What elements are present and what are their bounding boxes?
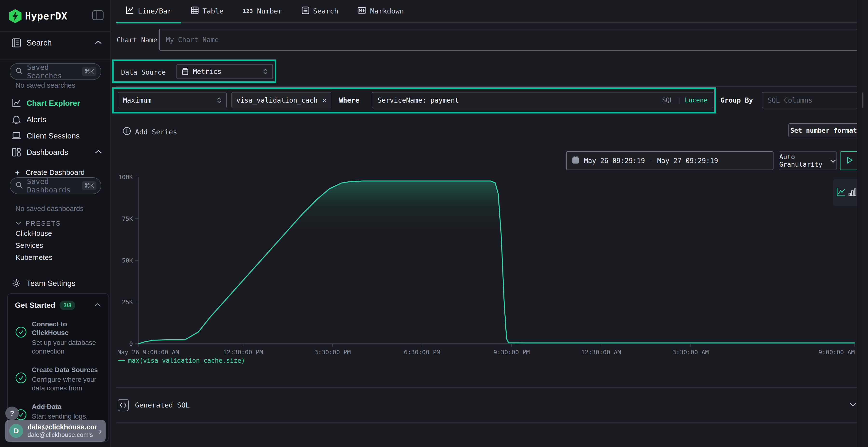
sidebar-collapse-icon[interactable]: [92, 10, 104, 21]
aggregation-select[interactable]: Maximum: [118, 92, 227, 108]
remove-icon[interactable]: ×: [322, 96, 327, 105]
sidebar: HyperDX Search Sav: [0, 0, 111, 447]
shortcut-badge: ⌘K: [82, 67, 96, 76]
right-gutter: [857, 0, 863, 447]
tab-line-bar[interactable]: Line/Bar: [116, 0, 181, 23]
user-email: dale@clickhouse.com: [28, 423, 97, 431]
svg-text:75K: 75K: [122, 215, 133, 222]
where-input[interactable]: ServiceName: payment SQL | Lucene: [372, 92, 713, 108]
get-started-title: Get Started: [15, 301, 55, 310]
no-saved-dashboards-text: No saved dashboards: [16, 205, 84, 213]
search-icon: [16, 181, 23, 190]
preset-kubernetes[interactable]: Kubernetes: [16, 253, 52, 262]
get-started-item-title: Create Data Sources: [32, 366, 101, 374]
chart-legend: max(visa_validation_cache.size): [118, 357, 245, 364]
svg-text:3:30:00 PM: 3:30:00 PM: [314, 349, 351, 356]
no-saved-searches-text: No saved searches: [16, 81, 75, 89]
generated-sql-toggle[interactable]: Generated SQL: [116, 387, 863, 423]
sidebar-item-team-settings[interactable]: Team Settings: [0, 276, 111, 290]
app-root: HyperDX Search Sav: [0, 0, 868, 447]
sidebar-item-chart-explorer[interactable]: Chart Explorer: [0, 96, 111, 110]
get-started-item[interactable]: Connect to ClickHouse Set up your databa…: [15, 320, 101, 356]
chart-area: 025K50K75K100KMay 26 9:00:00 AM12:30:00 …: [116, 173, 863, 356]
data-source-label: Data Source: [121, 68, 166, 76]
gear-icon: [11, 279, 22, 288]
brand-title: HyperDX: [25, 10, 67, 22]
chevron-down-icon: [830, 157, 836, 165]
create-dashboard-label: Create Dashboard: [26, 168, 85, 176]
chevron-down-icon: [849, 403, 857, 408]
lucene-mode-toggle[interactable]: Lucene: [685, 97, 707, 104]
chevron-up-icon[interactable]: [94, 149, 102, 155]
generated-sql-label: Generated SQL: [135, 401, 190, 409]
sidebar-section-search[interactable]: Search: [0, 36, 111, 49]
main-content: Line/Bar Table 123 Number: [112, 0, 863, 447]
check-icon: [15, 326, 27, 356]
search-section-icon: [11, 38, 22, 48]
saved-searches-placeholder: Saved Searches: [27, 63, 82, 80]
sidebar-item-client-sessions[interactable]: Client Sessions: [0, 129, 111, 143]
check-icon: [15, 372, 27, 393]
tab-markdown[interactable]: Markdown: [348, 0, 413, 23]
set-number-format-button[interactable]: Set number format: [788, 123, 859, 137]
run-query-button[interactable]: [840, 151, 859, 170]
metric-tag[interactable]: visa_validation_cach ×: [231, 92, 331, 108]
group-by-label: Group By: [720, 96, 753, 104]
tab-search[interactable]: Search: [292, 0, 348, 23]
saved-searches-input[interactable]: Saved Searches ⌘K: [10, 63, 101, 80]
add-series-button[interactable]: Add Series: [123, 127, 177, 137]
group-by-input[interactable]: [762, 92, 863, 108]
calendar-icon: [572, 156, 579, 166]
metric-tag-label: visa_validation_cach: [236, 96, 317, 104]
add-series-label: Add Series: [135, 128, 177, 136]
avatar: D: [9, 424, 23, 438]
plus-circle-icon: [123, 127, 131, 137]
number-icon: 123: [243, 8, 253, 14]
tab-label: Markdown: [370, 7, 404, 15]
get-started-item[interactable]: Create Data Sources Configure where your…: [15, 366, 101, 393]
where-label: Where: [339, 96, 359, 104]
saved-dashboards-input[interactable]: Saved Dashboards ⌘K: [10, 177, 101, 194]
tab-label: Number: [257, 7, 282, 15]
sidebar-item-alerts[interactable]: Alerts: [0, 113, 111, 126]
search-list-icon: [302, 6, 309, 16]
select-chevrons-icon: [263, 69, 268, 74]
get-started-progress-badge: 3/3: [60, 301, 75, 310]
get-started-item-title: Add Data: [32, 403, 101, 411]
laptop-icon: [11, 132, 22, 140]
help-button[interactable]: ?: [5, 407, 19, 420]
data-source-select[interactable]: Metrics: [177, 64, 273, 79]
toggle-separator: |: [677, 97, 681, 104]
presets-toggle[interactable]: PRESETS: [0, 217, 111, 230]
code-icon: [118, 399, 129, 411]
sql-mode-toggle[interactable]: SQL: [662, 97, 674, 104]
sidebar-section-dashboards[interactable]: Dashboards: [0, 145, 111, 159]
preset-services[interactable]: Services: [16, 241, 43, 249]
svg-text:0: 0: [129, 340, 133, 347]
chevron-right-icon: ›: [99, 426, 102, 436]
get-started-item-subtitle: Configure where your data comes from: [32, 375, 101, 393]
tab-label: Line/Bar: [138, 7, 172, 15]
saved-dashboards-placeholder: Saved Dashboards: [27, 177, 82, 194]
date-range-value: May 26 09:29:19 - May 27 09:29:19: [584, 157, 718, 165]
sidebar-item-label: Team Settings: [27, 279, 75, 288]
sidebar-item-label: Chart Explorer: [27, 99, 80, 108]
granularity-value: Auto Granularity: [779, 153, 827, 168]
chart-name-input[interactable]: [159, 29, 863, 50]
svg-text:12:30:00 PM: 12:30:00 PM: [223, 349, 263, 356]
shortcut-badge: ⌘K: [82, 181, 96, 190]
svg-text:25K: 25K: [122, 299, 133, 306]
legend-line-swatch: [118, 360, 125, 361]
svg-text:May 26 9:00:00 AM: May 26 9:00:00 AM: [117, 349, 179, 356]
hyperdx-logo-icon: [8, 9, 22, 25]
get-started-item-subtitle: Set up your database connection: [32, 338, 101, 356]
granularity-select[interactable]: Auto Granularity: [779, 151, 837, 170]
select-chevrons-icon: [217, 97, 221, 103]
user-menu[interactable]: D dale@clickhouse.com dale@clickhouse.co…: [5, 420, 105, 442]
tab-number[interactable]: 123 Number: [233, 0, 292, 23]
chevron-up-icon[interactable]: [94, 303, 101, 308]
preset-clickhouse[interactable]: ClickHouse: [16, 229, 52, 238]
chevron-up-icon[interactable]: [94, 40, 102, 45]
tab-table[interactable]: Table: [181, 0, 233, 23]
date-range-picker[interactable]: May 26 09:29:19 - May 27 09:29:19: [566, 151, 774, 170]
